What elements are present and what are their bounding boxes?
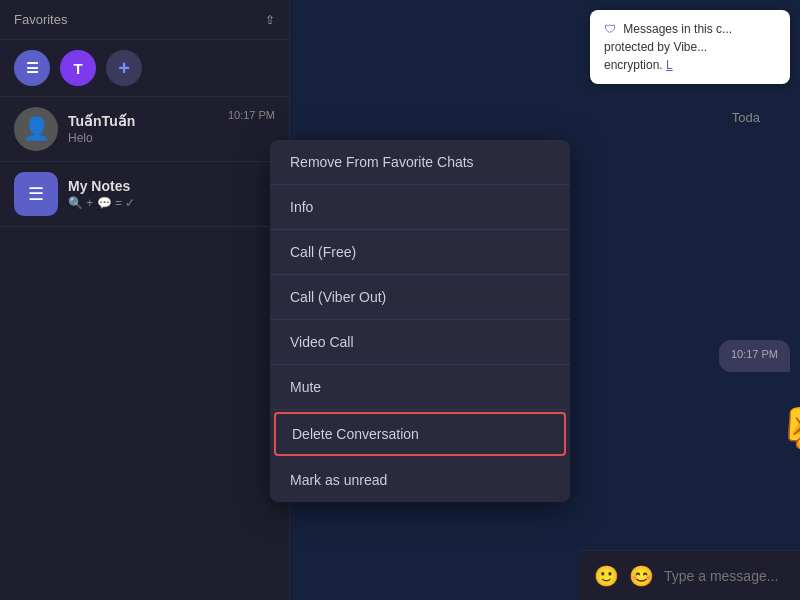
emoji-button-2[interactable]: 😊: [629, 564, 654, 588]
notes-icon: ☰: [28, 183, 44, 205]
chat-info-mynotes: My Notes 🔍 + 💬 = ✓: [68, 178, 275, 210]
emoji-button-1[interactable]: 🙂: [594, 564, 619, 588]
chat-preview-mynotes: 🔍 + 💬 = ✓: [68, 196, 275, 210]
chat-name-tuantuan: TuấnTuấn: [68, 113, 220, 129]
avatar-t-button[interactable]: T: [60, 50, 96, 86]
chat-info-tuantuan: TuấnTuấn Helo: [68, 113, 220, 145]
checklist-button[interactable]: ☰: [14, 50, 50, 86]
message-time: 10:17 PM: [731, 348, 778, 360]
encryption-notice: 🛡 Messages in this c...protected by Vibe…: [590, 10, 790, 84]
menu-item-mute[interactable]: Mute: [270, 365, 570, 410]
person-icon: 👤: [23, 116, 50, 142]
chat-input-area: 🙂 😊: [580, 550, 800, 600]
chat-name-mynotes: My Notes: [68, 178, 275, 194]
menu-item-info[interactable]: Info: [270, 185, 570, 230]
menu-item-delete-conversation[interactable]: Delete Conversation: [274, 412, 566, 456]
message-bubble: 10:17 PM: [719, 340, 790, 372]
menu-item-mark-unread[interactable]: Mark as unread: [270, 458, 570, 502]
menu-item-video-call[interactable]: Video Call: [270, 320, 570, 365]
sidebar-header: Favorites ⇧: [0, 0, 289, 40]
favorites-label: Favorites: [14, 12, 67, 27]
shield-icon: 🛡: [604, 22, 616, 36]
hand-pointer-icon: 🤜: [780, 390, 800, 461]
avatar-mynotes: ☰: [14, 172, 58, 216]
chat-preview-tuantuan: Helo: [68, 131, 220, 145]
chat-item-mynotes[interactable]: ☰ My Notes 🔍 + 💬 = ✓: [0, 162, 289, 227]
menu-item-call-viber[interactable]: Call (Viber Out): [270, 275, 570, 320]
chat-time-tuantuan: 10:17 PM: [228, 109, 275, 121]
avatar-tuantuan: 👤: [14, 107, 58, 151]
menu-item-call-free[interactable]: Call (Free): [270, 230, 570, 275]
context-menu: Remove From Favorite Chats Info Call (Fr…: [270, 140, 570, 502]
chat-item-tuantuan[interactable]: 👤 TuấnTuấn Helo 10:17 PM: [0, 97, 289, 162]
app-container: Favorites ⇧ ☰ T + 👤 TuấnTuấn Helo 10:17 …: [0, 0, 800, 600]
menu-item-remove-favorite[interactable]: Remove From Favorite Chats: [270, 140, 570, 185]
sidebar-icons-row: ☰ T +: [0, 40, 289, 97]
add-chat-button[interactable]: +: [106, 50, 142, 86]
sidebar: Favorites ⇧ ☰ T + 👤 TuấnTuấn Helo 10:17 …: [0, 0, 290, 600]
message-input[interactable]: [664, 568, 800, 584]
chevron-up-icon: ⇧: [265, 13, 275, 27]
today-label: Toda: [732, 110, 760, 125]
learn-more-link[interactable]: L: [666, 58, 673, 72]
notes-preview-text: 🔍 + 💬 = ✓: [68, 196, 135, 210]
